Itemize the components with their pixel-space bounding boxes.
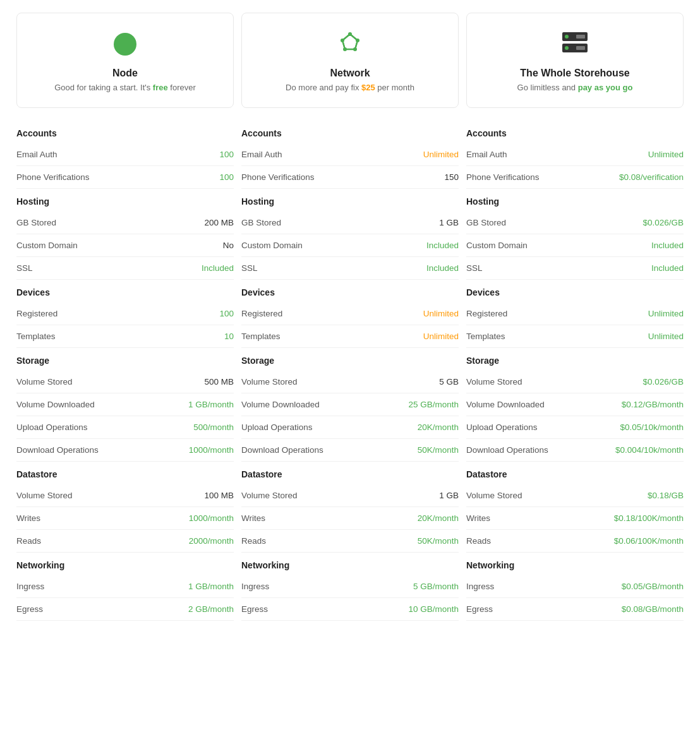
section-header-storehouse-devices: Devices xyxy=(466,280,684,303)
feature-label: Custom Domain xyxy=(16,241,78,250)
feature-value: 1000/month xyxy=(189,445,234,455)
section-header-node-devices: Devices xyxy=(16,280,234,303)
feature-label: Upload Operations xyxy=(16,422,88,432)
feature-label: Writes xyxy=(466,513,490,523)
feature-label: Writes xyxy=(16,513,40,523)
feature-row: Volume Stored500 MB xyxy=(16,371,234,393)
feature-row: Volume Stored$0.026/GB xyxy=(466,371,684,393)
feature-label: Volume Downloaded xyxy=(16,400,95,409)
section-header-network-storage: Storage xyxy=(241,348,459,371)
feature-label: Volume Stored xyxy=(16,377,73,386)
feature-label: Ingress xyxy=(241,582,269,591)
feature-label: Templates xyxy=(241,332,281,341)
feature-value: Unlimited xyxy=(648,309,684,318)
feature-value: 1000/month xyxy=(189,513,234,523)
feature-label: SSL xyxy=(241,263,258,273)
feature-row: Registered100 xyxy=(16,303,234,325)
feature-value: 100 xyxy=(219,150,234,159)
feature-label: Upload Operations xyxy=(466,422,538,432)
section-header-network-devices: Devices xyxy=(241,280,459,303)
feature-label: Download Operations xyxy=(466,445,548,455)
feature-value: Unlimited xyxy=(648,150,684,159)
svg-point-13 xyxy=(565,35,569,39)
feature-label: Volume Stored xyxy=(241,491,298,500)
feature-label: Registered xyxy=(466,309,507,318)
feature-label: Egress xyxy=(241,604,268,614)
feature-value: $0.05/GB/month xyxy=(622,582,684,591)
feature-row: Download Operations1000/month xyxy=(16,439,234,462)
section-header-node-hosting: Hosting xyxy=(16,189,234,212)
feature-row: GB Stored200 MB xyxy=(16,212,234,234)
feature-row: Egress10 GB/month xyxy=(241,598,459,621)
plan-header-storehouse: The Whole StorehouseGo limitless and pay… xyxy=(466,13,684,108)
feature-row: Custom DomainIncluded xyxy=(241,234,459,257)
feature-row: Upload Operations500/month xyxy=(16,416,234,439)
feature-row: TemplatesUnlimited xyxy=(466,325,684,348)
feature-value: $0.18/GB xyxy=(648,491,684,500)
feature-label: Templates xyxy=(16,332,56,341)
section-header-storehouse-networking: Networking xyxy=(466,553,684,575)
section-header-node-datastore: Datastore xyxy=(16,462,234,484)
feature-row: SSLIncluded xyxy=(16,257,234,280)
svg-rect-14 xyxy=(576,35,585,39)
feature-label: Reads xyxy=(241,536,266,546)
feature-row: Volume Downloaded1 GB/month xyxy=(16,393,234,416)
section-header-network-accounts: Accounts xyxy=(241,121,459,143)
feature-row: Writes1000/month xyxy=(16,507,234,530)
plan-desc-node: Good for taking a start. It's free forev… xyxy=(30,83,220,92)
feature-value: 1 GB/month xyxy=(188,400,234,409)
feature-label: Templates xyxy=(466,332,505,341)
feature-row: Egress$0.08/GB/month xyxy=(466,598,684,621)
section-header-network-hosting: Hosting xyxy=(241,189,459,212)
section-header-node-storage: Storage xyxy=(16,348,234,371)
feature-label: SSL xyxy=(466,263,483,273)
feature-value: $0.18/100K/month xyxy=(614,513,684,523)
feature-row: Custom DomainNo xyxy=(16,234,234,257)
section-header-network-networking: Networking xyxy=(241,553,459,575)
feature-value: $0.026/GB xyxy=(643,377,684,386)
feature-value: $0.08/verification xyxy=(619,172,684,182)
feature-value: Included xyxy=(651,241,684,250)
feature-label: Ingress xyxy=(16,582,44,591)
feature-label: GB Stored xyxy=(16,218,56,227)
feature-value: 500 MB xyxy=(204,377,234,386)
feature-value: $0.05/10k/month xyxy=(620,422,684,432)
feature-row: Ingress5 GB/month xyxy=(241,575,459,598)
feature-row: GB Stored$0.026/GB xyxy=(466,212,684,234)
feature-label: Download Operations xyxy=(16,445,99,455)
plan-header-network: NetworkDo more and pay fix $25 per month xyxy=(241,13,459,108)
feature-value: $0.004/10k/month xyxy=(615,445,684,455)
feature-value: 100 xyxy=(219,172,234,182)
feature-label: GB Stored xyxy=(241,218,281,227)
feature-row: Templates10 xyxy=(16,325,234,348)
feature-value: Included xyxy=(426,241,459,250)
feature-label: Registered xyxy=(241,309,282,318)
feature-row: Reads50K/month xyxy=(241,530,459,553)
feature-row: GB Stored1 GB xyxy=(241,212,459,234)
feature-label: Volume Stored xyxy=(241,377,298,386)
feature-row: Upload Operations$0.05/10k/month xyxy=(466,416,684,439)
feature-row: Phone Verifications150 xyxy=(241,166,459,189)
feature-row: Reads2000/month xyxy=(16,530,234,553)
feature-value: 5 GB/month xyxy=(413,582,459,591)
feature-value: 100 MB xyxy=(204,491,234,500)
feature-row: Volume Stored$0.18/GB xyxy=(466,484,684,507)
feature-label: Phone Verifications xyxy=(241,172,315,182)
feature-row: Phone Verifications$0.08/verification xyxy=(466,166,684,189)
section-header-node-accounts: Accounts xyxy=(16,121,234,143)
feature-value: 2 GB/month xyxy=(188,604,234,614)
feature-row: Custom DomainIncluded xyxy=(466,234,684,257)
feature-value: 10 xyxy=(224,332,234,341)
node-icon xyxy=(30,28,220,60)
feature-row: Download Operations$0.004/10k/month xyxy=(466,439,684,462)
feature-row: Egress2 GB/month xyxy=(16,598,234,621)
feature-label: Download Operations xyxy=(241,445,323,455)
feature-value: Included xyxy=(651,263,684,273)
feature-value: $0.12/GB/month xyxy=(622,400,684,409)
feature-value: Included xyxy=(426,263,459,273)
feature-row: Writes$0.18/100K/month xyxy=(466,507,684,530)
plan-desc-storehouse: Go limitless and pay as you go xyxy=(480,83,670,92)
feature-row: Upload Operations20K/month xyxy=(241,416,459,439)
plan-name-storehouse: The Whole Storehouse xyxy=(480,68,670,79)
feature-row: Ingress$0.05/GB/month xyxy=(466,575,684,598)
